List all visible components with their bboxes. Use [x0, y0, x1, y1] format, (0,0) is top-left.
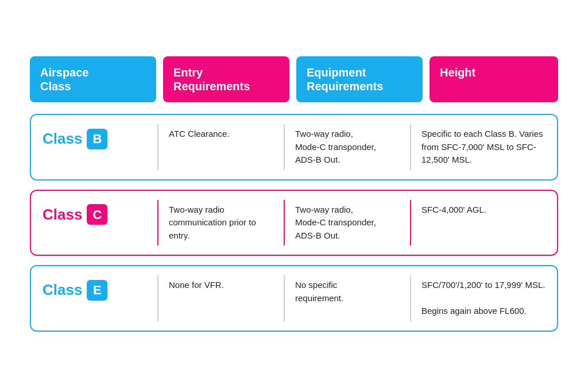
class-e-equipment: No specificrequirement.: [284, 266, 410, 331]
class-c-text: Class: [42, 203, 82, 226]
main-container: AirspaceClass EntryRequirements Equipmen…: [18, 45, 570, 343]
data-rows: Class B ATC Clearance. Two-way radio,Mod…: [30, 114, 558, 332]
header-row: AirspaceClass EntryRequirements Equipmen…: [30, 56, 558, 102]
class-e-badge: E: [87, 280, 107, 301]
table-row-b: Class B ATC Clearance. Two-way radio,Mod…: [30, 114, 558, 180]
class-b-equipment: Two-way radio,Mode-C transponder,ADS-B O…: [284, 115, 410, 179]
class-e-text: Class: [42, 279, 82, 301]
header-equipment-requirements: EquipmentRequirements: [296, 56, 423, 102]
class-b-label: Class B: [42, 128, 146, 150]
header-airspace-class: AirspaceClass: [30, 56, 156, 102]
class-c-entry: Two-way radio communication prior to ent…: [157, 191, 284, 255]
class-e-label: Class E: [42, 279, 146, 301]
class-c-badge: C: [87, 204, 107, 225]
header-entry-requirements: EntryRequirements: [163, 56, 289, 102]
header-height: Height: [430, 56, 558, 102]
class-c-label: Class C: [42, 203, 146, 226]
class-b-entry: ATC Clearance.: [157, 115, 284, 179]
class-e-cell: Class E: [31, 266, 157, 331]
class-b-cell: Class B: [31, 115, 157, 179]
class-e-height: SFC/700'/1,200' to 17,999' MSL.Begins ag…: [410, 266, 557, 331]
class-b-text: Class: [42, 128, 82, 150]
class-e-entry: None for VFR.: [157, 266, 284, 331]
class-b-height: Specific to each Class B. Varies from SF…: [410, 115, 557, 179]
class-c-equipment: Two-way radio,Mode-C transponder,ADS-B O…: [284, 191, 410, 255]
table-row-c: Class C Two-way radio communication prio…: [30, 190, 558, 256]
class-c-cell: Class C: [31, 191, 157, 255]
class-c-height: SFC-4,000' AGL.: [410, 191, 557, 255]
class-b-badge: B: [87, 129, 107, 149]
table-row-e: Class E None for VFR. No specificrequire…: [30, 265, 558, 332]
